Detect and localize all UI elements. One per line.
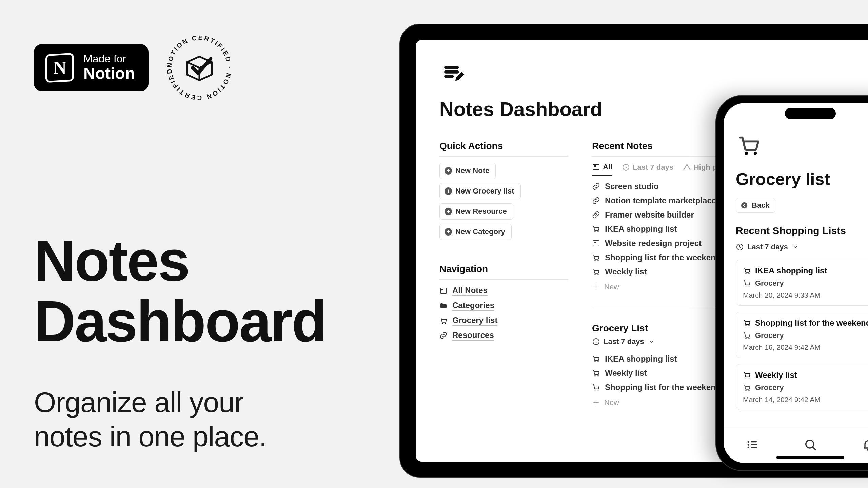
phone-device-frame: Grocery list Back Recent Shopping Lists …: [715, 95, 868, 471]
cart-icon: [743, 279, 751, 287]
cart-icon: [592, 355, 600, 363]
quick-action-button[interactable]: + New Category: [439, 224, 512, 240]
notion-certified-badge: NOTION CERTIFIED · NOTION CERTIFIED ·: [165, 34, 233, 102]
home-indicator: [776, 456, 844, 459]
chevron-down-icon: [791, 244, 800, 250]
cart-icon: [743, 319, 751, 327]
clock-icon: [622, 163, 630, 171]
phone-page-title: Grocery list: [736, 169, 868, 189]
notion-logo-icon: N: [45, 53, 74, 83]
cart-icon: [743, 371, 751, 379]
tab-search-icon[interactable]: [804, 438, 817, 451]
cart-icon: [592, 268, 600, 276]
link-icon: [439, 331, 448, 340]
gallery-icon: [439, 287, 448, 295]
nav-item[interactable]: Resources: [439, 330, 568, 341]
notion-label: Notion: [83, 65, 135, 83]
dynamic-island: [785, 108, 836, 119]
svg-text:NOTION CERTIFIED · NOTION CERT: NOTION CERTIFIED · NOTION CERTIFIED ·: [165, 34, 233, 101]
quick-actions-heading: Quick Actions: [439, 141, 568, 157]
shopping-list-card[interactable]: Weekly list Grocery March 14, 2024 9:42 …: [736, 364, 868, 410]
tab-notifications-icon[interactable]: [862, 438, 868, 451]
tab-last 7 days[interactable]: Last 7 days: [622, 163, 673, 176]
clock-icon: [736, 243, 744, 251]
warning-icon: [683, 163, 691, 171]
gallery-icon: [592, 239, 600, 247]
grocery-filter[interactable]: Last 7 days: [592, 337, 656, 346]
plus-icon: [592, 283, 600, 291]
made-for-notion-badge: N Made for Notion: [34, 44, 149, 92]
phone-filter[interactable]: Last 7 days: [736, 243, 868, 251]
tab-all[interactable]: All: [592, 163, 612, 176]
quick-action-button[interactable]: + New Note: [439, 163, 496, 179]
cart-icon: [743, 267, 751, 275]
plus-circle-icon: +: [445, 187, 452, 195]
tab-list-icon[interactable]: [746, 438, 759, 451]
plus-circle-icon: +: [445, 167, 452, 175]
nav-item[interactable]: Categories: [439, 301, 568, 311]
cart-icon: [743, 331, 751, 340]
navigation-heading: Navigation: [439, 264, 568, 280]
cart-icon: [743, 384, 751, 392]
link-icon: [592, 211, 600, 219]
shopping-list-card[interactable]: Shopping list for the weekend Grocery Ma…: [736, 312, 868, 358]
nav-item[interactable]: Grocery list: [439, 316, 568, 326]
cart-icon: [439, 317, 448, 325]
shopping-list-card[interactable]: IKEA shopping list Grocery March 20, 202…: [736, 260, 868, 306]
plus-icon: [592, 399, 600, 407]
cart-icon-large: [736, 134, 868, 159]
compose-icon: [439, 62, 868, 84]
clock-icon: [592, 338, 600, 346]
folder-icon: [439, 302, 448, 310]
hero-title: Notes Dashboard: [34, 230, 359, 351]
plus-circle-icon: +: [445, 228, 452, 236]
recent-shopping-lists-heading: Recent Shopping Lists: [736, 225, 868, 237]
nav-item[interactable]: All Notes: [439, 286, 568, 296]
cart-icon: [592, 225, 600, 233]
hero-subtitle: Organize all your notes in one place.: [34, 385, 359, 454]
made-for-label: Made for: [83, 53, 135, 65]
phone-tab-bar: [724, 426, 868, 463]
link-icon: [592, 182, 600, 190]
cart-icon: [592, 383, 600, 391]
back-button[interactable]: Back: [736, 198, 775, 213]
chevron-down-icon: [648, 339, 656, 345]
gallery-icon: [592, 163, 600, 171]
back-icon: [740, 202, 748, 209]
cart-icon: [592, 369, 600, 377]
quick-action-button[interactable]: + New Resource: [439, 203, 513, 220]
link-icon: [592, 197, 600, 205]
quick-action-button[interactable]: + New Grocery list: [439, 183, 521, 199]
cart-icon: [592, 253, 600, 262]
plus-circle-icon: +: [445, 208, 452, 215]
phone-screen: Grocery list Back Recent Shopping Lists …: [724, 103, 868, 463]
